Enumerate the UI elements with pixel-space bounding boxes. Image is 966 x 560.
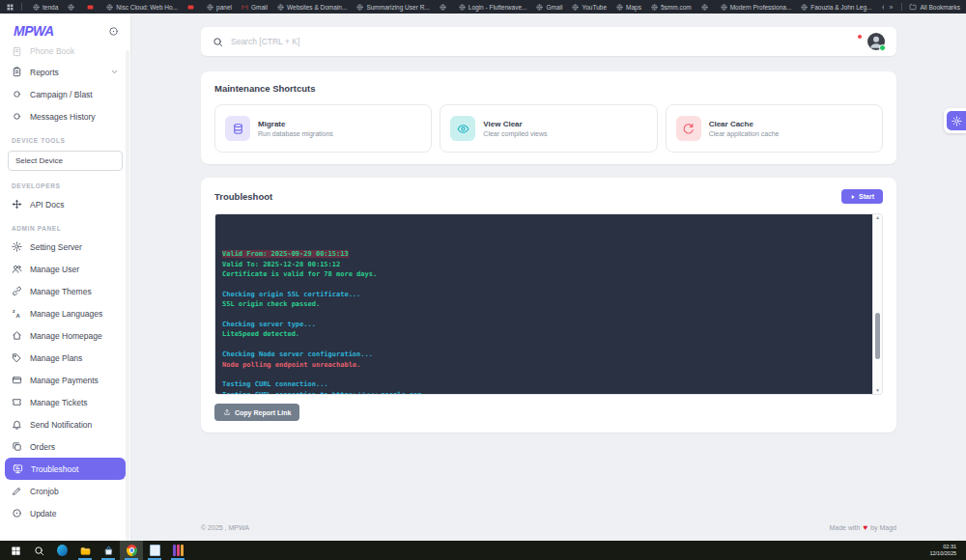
sidebar-item-manage-themes[interactable]: Manage Themes (0, 280, 130, 302)
scroll-down-icon[interactable]: ▼ (875, 388, 880, 393)
bookmarks-overflow-chevron[interactable]: » (888, 4, 895, 11)
credit-text: Made with ♥ by Magd (829, 523, 896, 532)
sidebar-item-manage-user[interactable]: Manage User (0, 258, 130, 280)
sidebar-item-manage-homepage[interactable]: Manage Homepage (0, 324, 130, 347)
bookmark-item[interactable] (697, 3, 715, 12)
apps-button[interactable] (830, 37, 840, 47)
maintenance-shortcuts-panel: Maintenance Shortcuts Migrate Run databa… (201, 71, 896, 164)
bookmark-item[interactable]: Nisc Cloud: Web Ho... (102, 3, 182, 12)
theme-settings-fab[interactable] (944, 108, 966, 133)
bookmark-item[interactable]: tenda (29, 3, 62, 12)
sidebar-item-campaign-blast[interactable]: Campaign / Blast (0, 83, 130, 105)
globe-icon (106, 4, 113, 11)
bookmark-item[interactable] (436, 3, 453, 12)
clear-cache-card[interactable]: Clear Cache Clear application cache (666, 104, 883, 153)
bookmark-item[interactable] (83, 3, 100, 12)
terminal-scrollbar[interactable]: ▲ ▼ (872, 214, 882, 394)
globe-icon (651, 4, 658, 11)
apps-grid-icon[interactable] (6, 3, 14, 12)
sidebar-item-messages-history[interactable]: Messages History (0, 105, 130, 127)
store-icon (103, 546, 114, 556)
taskbar-chrome-icon[interactable] (120, 541, 143, 560)
bookmark-item[interactable]: Faouzia & John Leg... (797, 3, 875, 12)
sidebar-item-cronjob[interactable]: Cronjob (0, 480, 130, 502)
taskbar-notepad-icon[interactable] (143, 541, 166, 560)
bookmark-label: Websites & Domain... (287, 4, 347, 11)
notifications-button[interactable] (849, 37, 860, 47)
taskbar-icons (4, 541, 189, 560)
taskbar-edge-icon[interactable] (50, 541, 73, 560)
sidebar-item-phone-book[interactable]: Phone Book (0, 42, 130, 61)
terminal-line: Valid From: 2025-09-29 00:15:13 (222, 249, 866, 259)
sidebar-item-manage-payments[interactable]: Manage Payments (0, 369, 130, 391)
start-button[interactable]: Start (841, 189, 883, 204)
taskbar-winrar-icon[interactable] (166, 541, 189, 560)
sidebar-item-manage-tickets[interactable]: Manage Tickets (0, 391, 130, 413)
bookmark-item[interactable]: Summarizing User R... (353, 3, 433, 12)
sidebar-item-send-notification[interactable]: Send Notification (0, 413, 130, 435)
home-icon (12, 330, 22, 341)
sidebar-item-setting-server[interactable]: Setting Server (0, 236, 130, 258)
bookmark-item[interactable]: New Tab (878, 3, 884, 12)
terminal-line: Testing CURL connection to https://www.g… (222, 390, 866, 394)
globe-icon (572, 4, 579, 11)
bookmark-item[interactable]: YouTube (568, 3, 611, 12)
taskbar-search-button[interactable] (27, 541, 50, 560)
terminal-line (222, 370, 866, 379)
main-content: Maintenance Shortcuts Migrate Run databa… (131, 14, 966, 541)
gmail-icon (242, 4, 248, 11)
avatar[interactable] (867, 33, 885, 50)
sidebar-item-reports[interactable]: Reports (0, 61, 130, 83)
copyright-text: © 2025 , MPWA (201, 524, 249, 531)
globe-icon (33, 4, 40, 11)
taskbar-start-button[interactable] (4, 541, 27, 560)
taskbar-explorer-icon[interactable] (73, 541, 97, 560)
copy-report-link-button[interactable]: Copy Report Link (214, 404, 299, 421)
bookmark-item[interactable]: Maps (612, 3, 645, 12)
sidebar-collapse-icon[interactable] (108, 26, 119, 37)
language-button[interactable] (791, 37, 802, 47)
edge-icon (57, 546, 68, 556)
svg-text:z: z (13, 308, 15, 314)
ticket-icon (12, 397, 22, 407)
bookmark-item[interactable]: Gmail (532, 3, 566, 12)
scroll-up-icon[interactable]: ▲ (875, 215, 880, 220)
circle-icon (12, 89, 22, 99)
taskbar-store-icon[interactable] (97, 541, 120, 560)
bookmark-item[interactable]: Gmail (238, 3, 271, 12)
app-logo[interactable]: MPWA (14, 23, 54, 39)
bookmark-item[interactable]: Websites & Domain... (273, 3, 351, 12)
sidebar-item-orders[interactable]: Orders (0, 435, 130, 458)
bookmark-item[interactable]: Login - Flutterwave... (455, 3, 531, 12)
view-clear-card[interactable]: View Clear Clear compiled views (440, 104, 657, 153)
chevron-right-icon (412, 125, 421, 133)
bookmark-item[interactable] (184, 3, 201, 12)
troubleshoot-terminal[interactable]: Valid From: 2025-09-29 00:15:13Valid To:… (215, 214, 872, 394)
scrollbar-thumb[interactable] (875, 313, 880, 359)
search-input[interactable] (231, 37, 783, 46)
tag-icon (12, 352, 22, 363)
sidebar-item-api-docs[interactable]: API Docs (0, 193, 130, 215)
sidebar-item-manage-plans[interactable]: Manage Plans (0, 347, 130, 369)
terminal-line: Checking Node server configuration... (222, 350, 866, 359)
bookmark-item[interactable]: 5smm.com (647, 3, 696, 12)
sidebar-item-update[interactable]: Update (0, 502, 130, 524)
sidebar-item-troubleshoot[interactable]: Troubleshoot (5, 458, 126, 480)
bookmark-item[interactable]: Modern Professiona... (717, 3, 796, 12)
theme-toggle-button[interactable] (810, 37, 821, 47)
bookmark-label: tenda (43, 4, 58, 11)
sidebar-item-manage-languages[interactable]: zA Manage Languages (0, 302, 130, 324)
bookmark-item[interactable]: panel (203, 3, 236, 12)
globe-icon (440, 4, 446, 11)
terminal-line: Valid To: 2025-12-28 00:15:12 (222, 260, 866, 269)
migrate-card[interactable]: Migrate Run database migrations (214, 104, 432, 153)
bookmark-item[interactable] (64, 3, 81, 12)
heart-icon: ♥ (863, 523, 867, 532)
bookmark-label: Summarizing User R... (366, 4, 429, 11)
bookmark-label: Gmail (251, 4, 268, 11)
all-bookmarks-button[interactable]: All Bookmarks (909, 3, 960, 11)
taskbar-clock[interactable]: 02:31 12/10/2025 (929, 544, 962, 557)
sidebar-scrollbar[interactable] (126, 50, 129, 541)
bookmark-label: Modern Professiona... (730, 4, 792, 11)
select-device-dropdown[interactable]: Select Device (8, 151, 123, 171)
